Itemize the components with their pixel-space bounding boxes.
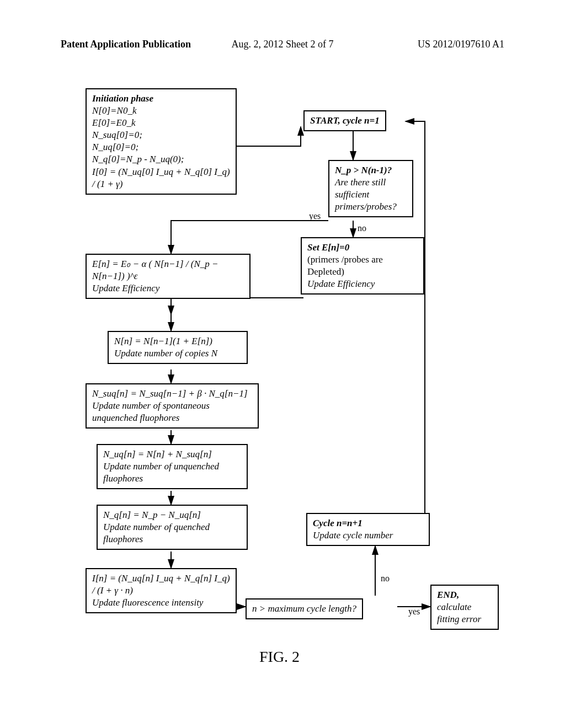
box-copies: N[n] = N[n−1](1 + E[n]) Update number of… [108, 331, 248, 364]
suq-cap: Update number of spontaneous unquenched … [92, 400, 252, 424]
box-nextcycle: Cycle n=n+1 Update cycle number [306, 513, 430, 546]
nextcycle-l1: Cycle n=n+1 [313, 517, 423, 529]
header-left: Patent Application Publication [61, 39, 191, 50]
sete0-cap: Update Efficiency [307, 278, 418, 290]
box-efficiency: E[n] = E₀ − α ( N[n−1] / (N_p − N[n−1]) … [86, 254, 250, 299]
suq-formula: N_suq[n] = N_suq[n−1] + β · N_q[n−1] [92, 388, 252, 400]
end-l1: END, [437, 589, 492, 601]
check-q: N_p > N(n-1)? [335, 164, 407, 176]
label-yes-2: yes [408, 607, 420, 617]
box-intensity: I[n] = (N_uq[n] I_uq + N_q[n] I_q) / (I … [86, 568, 237, 613]
sete0-l1: Set E[n]=0 [307, 242, 418, 254]
label-no-2: no [381, 574, 390, 584]
start-text: START, cycle n=1 [310, 115, 380, 126]
intensity-formula: I[n] = (N_uq[n] I_uq + N_q[n] I_q) / (I … [92, 572, 230, 597]
box-uq: N_uq[n] = N[n] + N_suq[n] Update number … [97, 444, 248, 489]
sete0-l2: (primers /probes are [307, 254, 418, 266]
flowchart-arrows [0, 77, 565, 673]
sete0-l3: Depleted) [307, 266, 418, 278]
figure-label: FIG. 2 [259, 648, 300, 666]
init-l6: I[0] = (N_uq[0] I_uq + N_q[0] I_q) / (1 … [92, 166, 230, 190]
end-l3: fitting error [437, 613, 492, 625]
eff-formula: E[n] = E₀ − α ( N[n−1] / (N_p − N[n−1]) … [92, 258, 244, 282]
check-cap: Are there still sufficient primers/probe… [335, 176, 407, 213]
init-l2: E[0]=E0_k [92, 117, 230, 129]
label-no-1: no [358, 223, 366, 233]
copies-cap: Update number of copies N [114, 347, 241, 360]
box-suq: N_suq[n] = N_suq[n−1] + β · N_q[n−1] Upd… [86, 383, 259, 429]
nextcycle-cap: Update cycle number [313, 529, 423, 542]
init-l5: N_q[0]=N_p - N_uq(0); [92, 153, 230, 165]
q-cap: Update number of quenched fluophores [103, 521, 241, 545]
init-l1: N[0]=N0_k [92, 105, 230, 117]
copies-formula: N[n] = N[n−1](1 + E[n]) [114, 335, 241, 347]
init-title: Initiation phase [92, 93, 230, 105]
header-center: Aug. 2, 2012 Sheet 2 of 7 [232, 39, 334, 50]
header-right: US 2012/0197610 A1 [418, 39, 504, 50]
maxcycle-text: n > maximum cycle length? [252, 603, 356, 614]
intensity-cap: Update fluorescence intensity [92, 597, 230, 609]
init-l3: N_suq[0]=0; [92, 129, 230, 141]
end-l2: calculate [437, 601, 492, 613]
uq-formula: N_uq[n] = N[n] + N_suq[n] [103, 448, 241, 461]
box-q: N_q[n] = N_p − N_uq[n] Update number of … [97, 505, 248, 550]
box-start: START, cycle n=1 [303, 110, 386, 131]
box-check-primers: N_p > N(n-1)? Are there still sufficient… [328, 160, 413, 217]
box-maxcycle: n > maximum cycle length? [246, 598, 363, 619]
box-end: END, calculate fitting error [430, 585, 499, 630]
label-yes-1: yes [309, 211, 321, 221]
eff-cap: Update Efficiency [92, 282, 244, 295]
q-formula: N_q[n] = N_p − N_uq[n] [103, 509, 241, 521]
box-initiation: Initiation phase N[0]=N0_k E[0]=E0_k N_s… [86, 88, 237, 195]
init-l4: N_uq[0]=0; [92, 141, 230, 153]
box-set-e0: Set E[n]=0 (primers /probes are Depleted… [301, 237, 424, 295]
uq-cap: Update number of unquenched fluophores [103, 461, 241, 485]
flowchart: Initiation phase N[0]=N0_k E[0]=E0_k N_s… [0, 77, 565, 673]
